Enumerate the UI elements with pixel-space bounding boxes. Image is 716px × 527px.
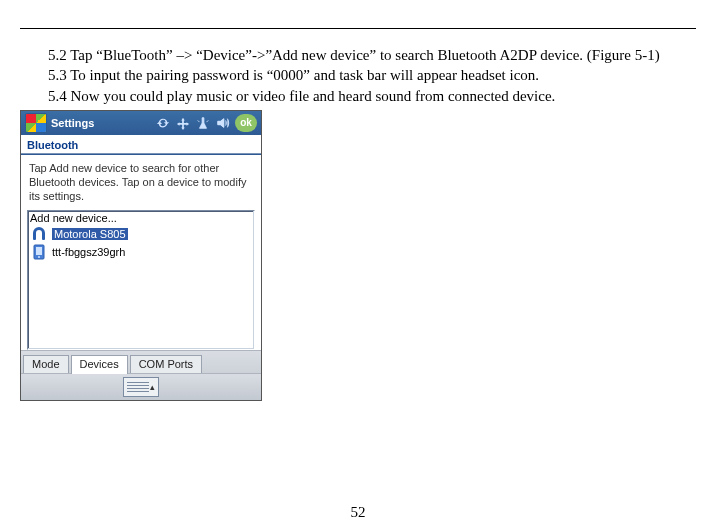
window-title: Settings bbox=[51, 117, 94, 129]
pda-icon bbox=[30, 244, 48, 260]
svg-rect-0 bbox=[33, 235, 36, 240]
keyboard-button[interactable]: ▴ bbox=[123, 377, 159, 397]
tab-bar: Mode Devices COM Ports bbox=[21, 350, 261, 373]
page-number: 52 bbox=[0, 504, 716, 521]
device-item-1-label: Motorola S805 bbox=[52, 228, 128, 240]
para-5-4: 5.4 Now you could play music or video fi… bbox=[20, 86, 696, 106]
para-5-2: 5.2 Tap “BlueTooth” –> “Device”->”Add ne… bbox=[20, 45, 696, 65]
speaker-icon[interactable] bbox=[215, 115, 231, 131]
tab-mode[interactable]: Mode bbox=[23, 355, 69, 373]
sync-icon[interactable] bbox=[155, 115, 171, 131]
para-5-3: 5.3 To input the pairing password is “00… bbox=[20, 65, 696, 85]
section-underline bbox=[21, 154, 261, 155]
add-new-device[interactable]: Add new device... bbox=[28, 211, 254, 225]
svg-point-4 bbox=[38, 256, 40, 258]
signal-icon[interactable] bbox=[195, 115, 211, 131]
headset-icon bbox=[30, 226, 48, 242]
device-list: Add new device... Motorola S805 ttt-fbgg… bbox=[27, 210, 255, 350]
tab-com-ports[interactable]: COM Ports bbox=[130, 355, 202, 373]
sip-bar: ▴ bbox=[21, 373, 261, 400]
keyboard-icon bbox=[127, 382, 149, 392]
instruction-text: Tap Add new device to search for other B… bbox=[21, 159, 261, 210]
connection-icon[interactable] bbox=[175, 115, 191, 131]
svg-rect-1 bbox=[42, 235, 45, 240]
window-titlebar: Settings ok bbox=[21, 111, 261, 135]
chevron-up-icon: ▴ bbox=[150, 382, 155, 392]
top-rule bbox=[20, 28, 696, 29]
body-text: 5.2 Tap “BlueTooth” –> “Device”->”Add ne… bbox=[20, 45, 696, 106]
svg-rect-3 bbox=[36, 247, 42, 255]
figure-5-1: Settings ok Bluetooth Tap Add new device… bbox=[20, 110, 262, 401]
device-item-1[interactable]: Motorola S805 bbox=[28, 225, 254, 243]
ok-button[interactable]: ok bbox=[235, 114, 257, 132]
add-new-device-label: Add new device... bbox=[30, 212, 117, 224]
start-icon[interactable] bbox=[25, 113, 47, 133]
device-item-2-label: ttt-fbggsz39grh bbox=[52, 246, 125, 258]
tab-devices[interactable]: Devices bbox=[71, 355, 128, 374]
section-header: Bluetooth bbox=[21, 135, 261, 154]
device-item-2[interactable]: ttt-fbggsz39grh bbox=[28, 243, 254, 261]
